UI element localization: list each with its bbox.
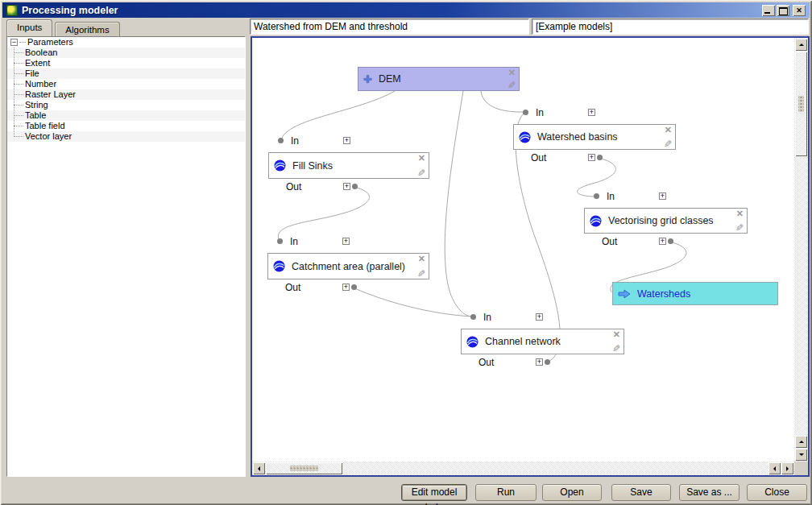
edit-node-icon[interactable]: ✎ xyxy=(417,269,425,279)
out-connector-dot[interactable] xyxy=(597,155,603,160)
delete-node-icon[interactable]: ✕ xyxy=(665,126,672,135)
expand-in-icon[interactable]: + xyxy=(588,109,595,116)
in-connector-dot[interactable] xyxy=(278,138,284,143)
delete-node-icon[interactable]: ✕ xyxy=(418,255,425,263)
in-connector-dot[interactable] xyxy=(523,110,528,115)
scroll-left-button-2[interactable] xyxy=(768,462,781,474)
edit-node-icon[interactable]: ✎ xyxy=(612,344,620,354)
model-connections xyxy=(252,38,794,462)
vertical-scroll-thumb[interactable] xyxy=(795,52,807,156)
tree-item-vector-layer[interactable]: Vector layer xyxy=(7,131,245,142)
titlebar[interactable]: Processing modeler ✕ xyxy=(2,2,810,18)
inputs-tree-panel: −ParametersBooleanExtentFileNumberRaster… xyxy=(6,36,246,477)
out-connector-dot[interactable] xyxy=(545,359,550,365)
saga-icon xyxy=(273,260,285,272)
tree-item-label: Table field xyxy=(25,121,65,131)
delete-node-icon[interactable]: ✕ xyxy=(418,154,425,163)
node-label: Watershed basins xyxy=(537,131,618,143)
out-connector-dot[interactable] xyxy=(351,284,357,290)
save-button[interactable]: Save xyxy=(611,484,671,501)
expand-out-icon[interactable]: + xyxy=(536,358,543,366)
delete-node-icon[interactable]: ✕ xyxy=(508,68,516,77)
node-channel-network[interactable]: Channel network✕✎ xyxy=(461,329,624,354)
in-port-catchment-area: In+ xyxy=(267,235,372,247)
edit-node-icon[interactable]: ✎ xyxy=(664,139,672,149)
tab-inputs[interactable]: Inputs xyxy=(6,19,52,36)
in-port-fill-sinks: In+ xyxy=(268,135,373,147)
arrow-left-icon xyxy=(771,466,776,471)
tree-item-raster-layer[interactable]: Raster Layer xyxy=(7,89,245,100)
run-button[interactable]: Run xyxy=(475,484,536,501)
collapse-icon[interactable]: − xyxy=(10,39,18,46)
node-label: Watersheds xyxy=(637,288,690,300)
model-canvas[interactable]: ✚DEM✕✎In+Fill Sinks✕✎Out+In+Watershed ba… xyxy=(251,36,810,477)
in-label: In xyxy=(536,107,544,118)
tree-item-boolean[interactable]: Boolean xyxy=(7,48,245,58)
tree-item-extent[interactable]: Extent xyxy=(7,58,245,68)
scrollbar-corner xyxy=(794,462,808,475)
vertical-scrollbar[interactable] xyxy=(794,38,808,462)
node-catchment-area[interactable]: Catchment area (parallel)✕✎ xyxy=(267,253,429,279)
node-vectorising-grid-classes[interactable]: Vectorising grid classes✕✎ xyxy=(584,208,748,234)
out-label: Out xyxy=(285,282,300,293)
out-label: Out xyxy=(602,236,617,247)
tree-item-table[interactable]: Table xyxy=(7,110,245,121)
qgis-logo-icon xyxy=(6,5,18,16)
scroll-right-button[interactable] xyxy=(781,462,793,474)
delete-node-icon[interactable]: ✕ xyxy=(613,330,620,339)
node-watersheds[interactable]: Watersheds xyxy=(612,282,778,305)
scroll-down-button[interactable] xyxy=(795,449,807,461)
expand-out-icon[interactable]: + xyxy=(588,154,595,161)
saga-icon xyxy=(519,131,531,143)
save-as-button[interactable]: Save as ... xyxy=(679,484,740,501)
in-port-watershed-basins: In+ xyxy=(513,106,618,118)
out-connector-dot[interactable] xyxy=(352,184,358,189)
edit-model-help-button[interactable]: Edit model help xyxy=(401,484,467,501)
tree-item-label: Extent xyxy=(25,58,50,68)
tree-item-file[interactable]: File xyxy=(7,68,245,79)
maximize-button[interactable] xyxy=(777,5,789,16)
edit-node-icon[interactable]: ✎ xyxy=(735,223,744,233)
close-button[interactable]: Close xyxy=(747,484,807,501)
tree-root-label: Parameters xyxy=(27,37,73,48)
tree-item-number[interactable]: Number xyxy=(7,79,245,89)
node-fill-sinks[interactable]: Fill Sinks✕✎ xyxy=(268,152,429,179)
expand-in-icon[interactable]: + xyxy=(343,137,350,144)
node-watershed-basins[interactable]: Watershed basins✕✎ xyxy=(513,124,676,150)
edit-node-icon[interactable]: ✎ xyxy=(417,168,425,178)
saga-icon xyxy=(274,159,286,172)
horizontal-scroll-thumb[interactable] xyxy=(266,462,342,474)
model-group-input[interactable]: [Example models] xyxy=(532,19,809,35)
expand-out-icon[interactable]: + xyxy=(659,238,666,245)
in-connector-dot[interactable] xyxy=(470,314,476,320)
out-label: Out xyxy=(531,152,546,164)
tree-item-string[interactable]: String xyxy=(7,100,245,110)
delete-node-icon[interactable]: ✕ xyxy=(736,209,744,218)
arrow-icon xyxy=(618,289,631,299)
node-label: Catchment area (parallel) xyxy=(292,261,405,272)
expand-out-icon[interactable]: + xyxy=(343,183,350,190)
minimize-button[interactable] xyxy=(762,5,775,16)
tree-root-parameters[interactable]: −Parameters xyxy=(7,37,245,48)
out-connector-dot[interactable] xyxy=(668,238,673,244)
model-name-input[interactable]: Watershed from DEM and threshold xyxy=(250,19,529,35)
arrow-left-icon xyxy=(255,466,260,471)
horizontal-scrollbar[interactable] xyxy=(252,462,794,475)
scroll-up-button[interactable] xyxy=(795,39,807,51)
expand-out-icon[interactable]: + xyxy=(342,284,350,291)
node-dem[interactable]: ✚DEM✕✎ xyxy=(358,67,520,91)
arrow-up-icon xyxy=(799,41,804,46)
tab-algorithms[interactable]: Algorithms xyxy=(55,22,119,36)
expand-in-icon[interactable]: + xyxy=(659,192,666,200)
scroll-up-button-2[interactable] xyxy=(795,436,807,448)
expand-in-icon[interactable]: + xyxy=(536,313,543,321)
tree-item-table-field[interactable]: Table field xyxy=(7,121,245,131)
expand-in-icon[interactable]: + xyxy=(342,238,350,245)
in-connector-dot[interactable] xyxy=(277,238,283,244)
edit-node-icon[interactable]: ✎ xyxy=(508,81,516,90)
open-button[interactable]: Open xyxy=(542,484,602,501)
arrow-down-icon xyxy=(799,453,804,458)
close-button[interactable]: ✕ xyxy=(793,5,806,16)
in-connector-dot[interactable] xyxy=(594,193,599,199)
scroll-left-button[interactable] xyxy=(253,462,265,474)
